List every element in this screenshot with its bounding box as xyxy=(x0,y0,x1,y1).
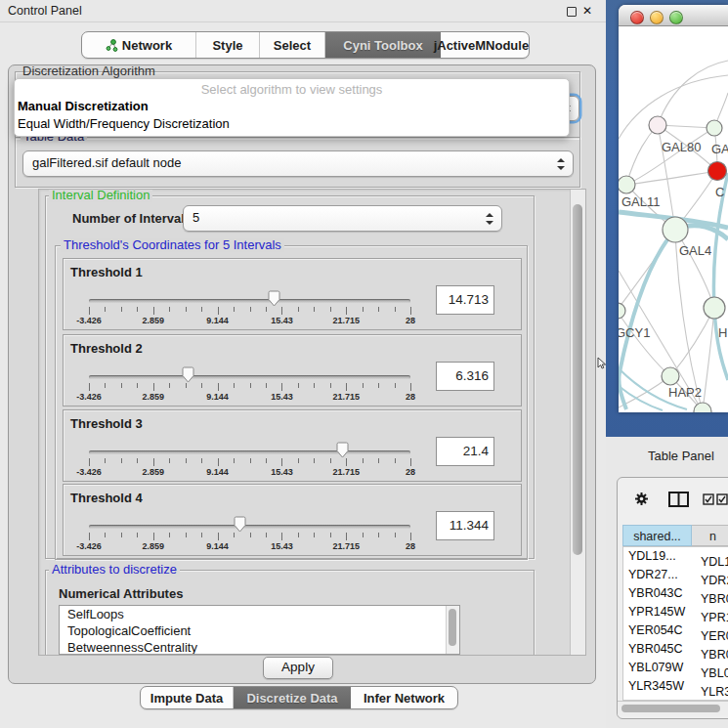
table-h-scrollbar[interactable] xyxy=(618,701,728,715)
panel-scrollbar-thumb[interactable] xyxy=(573,204,582,555)
network-node-label: GCY1 xyxy=(619,325,650,340)
slider-ticks xyxy=(89,383,410,392)
checkbox-icon[interactable] xyxy=(703,493,714,505)
cell-shared-name: YDR27... xyxy=(623,566,693,584)
tab-discretize-data[interactable]: Discretize Data xyxy=(234,687,351,708)
network-graph: GAL80GACGAL11GAL4GCY1HHAP2 xyxy=(619,26,728,412)
slider-thumb[interactable] xyxy=(182,366,194,383)
combo-arrows-icon xyxy=(557,158,565,170)
table-row[interactable]: YLR345WYLR3 xyxy=(623,677,728,696)
network-node-gal11[interactable] xyxy=(619,176,635,193)
network-node-ga[interactable] xyxy=(707,120,722,136)
tab-label: Cyni Toolbox xyxy=(343,38,422,53)
slider-tick-labels: -3.4262.8599.14415.4321.71528 xyxy=(89,541,410,552)
discretization-algorithm-title: Discretization Algorithm xyxy=(22,64,155,78)
slider-track[interactable] xyxy=(89,525,410,529)
numerical-attributes-list[interactable]: SelfLoopsTopologicalCoefficientBetweenne… xyxy=(59,605,460,655)
cell-shared-name: YBR045C xyxy=(623,640,693,659)
slider-thumb[interactable] xyxy=(234,516,246,533)
tab-network[interactable]: Network xyxy=(82,32,196,58)
threshold-panel-2: Threshold 2-3.4262.8599.14415.4321.71528… xyxy=(63,334,522,407)
thresholds-title: Threshold's Coordinates for 5 Intervals xyxy=(61,238,284,252)
algorithm-hint-option[interactable]: Select algorithm to view settings xyxy=(15,82,569,97)
zoom-traffic-light[interactable] xyxy=(669,11,683,24)
slider-tick-labels: -3.4262.8599.14415.4321.71528 xyxy=(89,316,410,326)
slider-track[interactable] xyxy=(89,375,410,379)
cell-shared-name: YDL19... xyxy=(623,547,693,566)
slider-thumb[interactable] xyxy=(268,290,280,307)
table-row[interactable]: YDR27...YDR2 xyxy=(623,566,728,584)
network-node-c[interactable] xyxy=(708,162,727,181)
threshold-label: Threshold 1 xyxy=(70,265,143,279)
table-row[interactable]: YDL19...YDL1 xyxy=(623,547,728,566)
slider-thumb[interactable] xyxy=(336,442,349,458)
panel-scrollbar[interactable] xyxy=(570,190,585,655)
list-scrollbar[interactable] xyxy=(446,606,459,654)
close-icon[interactable]: ✕ xyxy=(582,3,592,19)
network-node-label: H xyxy=(718,325,727,340)
gear-icon[interactable] xyxy=(634,492,649,506)
table-row[interactable]: YBR043CYBR0 xyxy=(623,584,728,603)
algorithm-option-equal-width[interactable]: Equal Width/Frequency Discretization xyxy=(18,116,230,131)
threshold-value-field[interactable]: 11.344 xyxy=(436,511,494,540)
close-traffic-light[interactable] xyxy=(630,11,644,24)
column-header-shared-name[interactable]: shared... xyxy=(622,525,692,546)
split-columns-icon[interactable] xyxy=(668,492,689,507)
table-h-scrollbar-thumb[interactable] xyxy=(621,705,720,712)
table-data-combo[interactable]: galFiltered.sif default node xyxy=(22,150,574,177)
minimize-traffic-light[interactable] xyxy=(650,11,664,24)
table-panel-title: Table Panel xyxy=(648,444,714,469)
attribute-list-item[interactable]: TopologicalCoefficient xyxy=(60,622,459,639)
threshold-panel-1: Threshold 1-3.4262.8599.14415.4321.71528… xyxy=(63,258,522,330)
control-panel-header: Control Panel ✕ xyxy=(0,0,606,22)
attributes-title: Attributes to discretize xyxy=(49,563,180,577)
app-root: Control Panel ✕ NetworkStyleSelectCyni T… xyxy=(0,0,728,728)
network-node-label: GA xyxy=(711,142,728,156)
number-of-intervals-combo[interactable]: 5 xyxy=(183,205,502,232)
threshold-panel-3: Threshold 3-3.4262.8599.14415.4321.71528… xyxy=(63,409,522,482)
tab-select[interactable]: Select xyxy=(260,32,325,58)
network-node-h[interactable] xyxy=(704,297,725,319)
table-row[interactable]: YBR045CYBR0 xyxy=(623,640,728,659)
tab-label: Style xyxy=(212,38,242,53)
apply-button[interactable]: Apply xyxy=(263,657,333,679)
tab-label: Discretize Data xyxy=(246,691,337,706)
attribute-list-item[interactable]: SelfLoops xyxy=(60,606,459,622)
cell-shared-name: YBR043C xyxy=(623,584,693,603)
table-row[interactable]: YBL079WYBL0 xyxy=(623,659,728,677)
attribute-list-item[interactable]: BetweennessCentrality xyxy=(60,639,459,655)
slider-tick-labels: -3.4262.8599.14415.4321.71528 xyxy=(89,392,410,403)
slider-ticks xyxy=(89,307,410,316)
column-header-name[interactable]: n xyxy=(692,525,728,546)
float-window-icon[interactable] xyxy=(567,7,577,17)
threshold-value-field[interactable]: 14.713 xyxy=(436,285,494,315)
threshold-value-field[interactable]: 21.4 xyxy=(436,437,494,466)
algorithm-option-manual[interactable]: Manual Discretization xyxy=(18,99,149,113)
table-row[interactable]: YPR145WYPR1 xyxy=(623,603,728,621)
table-row[interactable]: YER054CYER0 xyxy=(623,621,728,640)
tab-cyni-toolbox[interactable]: Cyni Toolbox xyxy=(325,32,441,58)
checkbox-icon[interactable] xyxy=(716,493,728,505)
network-node-gal4[interactable] xyxy=(663,217,688,242)
slider-track[interactable] xyxy=(89,450,410,454)
combo-arrows-icon xyxy=(486,213,493,225)
slider-track[interactable] xyxy=(89,299,410,303)
network-node-gal80[interactable] xyxy=(649,116,666,134)
tab-jactivemnodules[interactable]: jActiveMNodules xyxy=(441,32,529,58)
tab-infer-network[interactable]: Infer Network xyxy=(351,687,457,708)
algorithm-dropdown-popup: Select algorithm to view settings Manual… xyxy=(14,78,570,137)
threshold-panel-4: Threshold 4-3.4262.8599.14415.4321.71528… xyxy=(63,484,522,556)
network-node-label: HAP2 xyxy=(668,385,702,400)
slider-ticks xyxy=(89,458,410,467)
threshold-value-field[interactable]: 6.316 xyxy=(436,362,494,391)
network-node-label: C xyxy=(715,185,724,199)
tab-impute-data[interactable]: Impute Data xyxy=(141,687,234,708)
settings-scrollpane: Interval Definition Number of Intervals … xyxy=(38,189,586,656)
tab-label: jActiveMNodules xyxy=(434,38,530,53)
tab-style[interactable]: Style xyxy=(196,32,260,58)
network-node-gcy1[interactable] xyxy=(619,303,625,319)
bottom-tab-bar: Impute DataDiscretize DataInfer Network xyxy=(140,686,458,709)
network-canvas[interactable]: GAL80GACGAL11GAL4GCY1HHAP2 xyxy=(619,26,728,412)
node-table-rows[interactable]: YDL19...YDL1YDR27...YDR2YBR043CYBR0YPR14… xyxy=(622,546,728,701)
network-node-hap2[interactable] xyxy=(662,367,679,385)
